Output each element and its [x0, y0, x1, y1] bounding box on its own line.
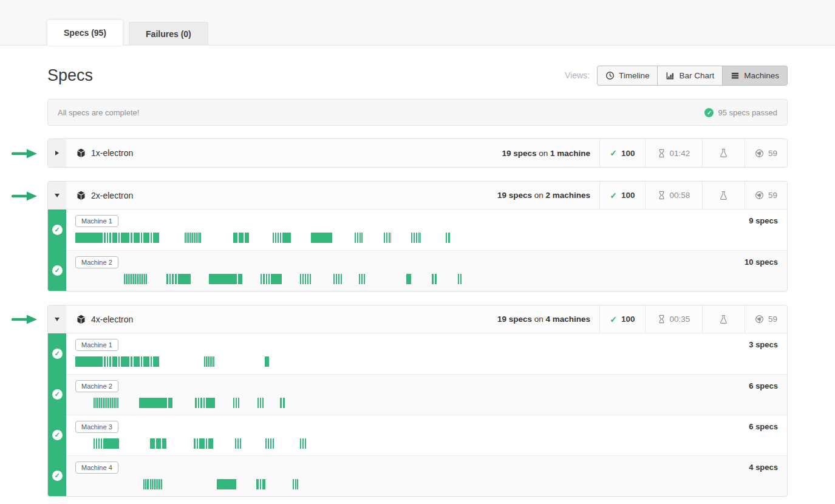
duration-stat: 00:58: [645, 182, 702, 209]
machine-row: ✓ Machine 4 4 specs: [48, 455, 787, 496]
summary-conjunction: on: [536, 149, 550, 158]
machine-badge: Machine 1: [75, 215, 118, 227]
group-header-1x-electron[interactable]: 1x-electron 19 specs on 1 machine ✓100 0…: [48, 139, 787, 167]
annotation-arrow: [11, 149, 38, 158]
machine-status-passed: ✓: [48, 455, 66, 496]
summary-conjunction: on: [532, 191, 546, 200]
browser-version-stat: 59: [745, 182, 787, 209]
browser-version-value: 59: [768, 149, 777, 158]
spec-timeline-bars: [75, 274, 778, 284]
views-switcher: Views: Timeline Bar Chart Machines: [565, 66, 788, 86]
group-machine-count: 4 machines: [545, 315, 590, 324]
group-spec-count: 19 specs: [497, 315, 532, 324]
duration-value: 01:42: [670, 149, 690, 158]
page-title: Specs: [47, 66, 93, 85]
browser-version-stat: 59: [745, 139, 787, 167]
machines-view-label: Machines: [744, 71, 779, 80]
machine-spec-count: 10 specs: [745, 257, 778, 267]
group-name: 4x-electron: [91, 315, 133, 324]
passed-stat: ✓100: [599, 139, 645, 167]
group-name-cell: 1x-electron: [66, 139, 133, 167]
machine-badge: Machine 3: [75, 421, 118, 433]
machine-spec-count: 6 specs: [749, 381, 778, 390]
caret-down-icon: [55, 194, 60, 197]
views-label: Views:: [565, 70, 590, 80]
electron-flask-icon: [719, 148, 728, 158]
machines-view-button[interactable]: Machines: [722, 66, 788, 86]
duration-stat: 01:42: [645, 139, 702, 167]
group-header-2x-electron[interactable]: 2x-electron 19 specs on 2 machines ✓100 …: [48, 182, 787, 209]
group-name: 1x-electron: [91, 148, 133, 158]
title-row: Specs Views: Timeline Bar Chart Machines: [47, 64, 788, 86]
expand-toggle[interactable]: [48, 182, 66, 209]
machine-body: Machine 2 10 specs: [66, 250, 787, 291]
passed-value: 100: [621, 315, 635, 324]
timeline-view-button[interactable]: Timeline: [597, 66, 658, 86]
clock-icon: [605, 71, 615, 80]
group-name-cell: 2x-electron: [66, 182, 133, 209]
caret-right-icon: [55, 151, 59, 155]
completion-alert: All specs are complete! ✓ 95 specs passe…: [47, 99, 788, 126]
views-button-group: Timeline Bar Chart Machines: [597, 66, 788, 86]
duration-value: 00:35: [670, 315, 690, 324]
tab-specs-label: Specs (95): [64, 28, 106, 38]
machine-row: ✓ Machine 1 3 specs: [48, 333, 787, 374]
machine-row: ✓ Machine 3 6 specs: [48, 415, 787, 455]
check-icon: ✓: [610, 315, 617, 324]
check-circle-icon: ✓: [52, 349, 63, 359]
annotation-arrow: [11, 191, 38, 201]
machine-status-passed: ✓: [48, 333, 66, 374]
spec-timeline-bars: [75, 438, 778, 449]
spec-timeline-bars: [75, 356, 778, 367]
spec-timeline-bars: [75, 398, 778, 408]
passed-stat: ✓100: [599, 305, 645, 333]
machine-spec-count: 6 specs: [749, 422, 778, 431]
expand-toggle[interactable]: [48, 139, 66, 167]
browser-version-value: 59: [768, 191, 777, 200]
duration-stat: 00:35: [645, 305, 702, 333]
passed-value: 100: [621, 149, 635, 158]
group-machines-summary: 19 specs on 1 machine: [502, 139, 599, 167]
bar-chart-view-label: Bar Chart: [679, 71, 714, 80]
group-machines-summary: 19 specs on 4 machines: [497, 305, 599, 333]
machine-spec-count: 3 specs: [749, 340, 778, 349]
group-header-4x-electron[interactable]: 4x-electron 19 specs on 4 machines ✓100 …: [48, 305, 787, 333]
tab-failures[interactable]: Failures (0): [129, 22, 208, 45]
group-spec-count: 19 specs: [497, 191, 532, 200]
cube-icon: [77, 148, 86, 158]
machine-status-passed: ✓: [48, 250, 66, 291]
spec-group-4x-electron: 4x-electron 19 specs on 4 machines ✓100 …: [47, 305, 788, 497]
check-circle-icon: ✓: [52, 225, 63, 235]
browser-stat: [702, 182, 745, 209]
machine-row: ✓ Machine 2 6 specs: [48, 374, 787, 415]
cube-icon: [77, 315, 86, 324]
check-icon: ✓: [610, 148, 617, 158]
specs-passed-count: 95 specs passed: [718, 108, 777, 117]
check-circle-icon: ✓: [704, 108, 714, 117]
spec-timeline-bars: [75, 479, 778, 489]
machine-row: ✓ Machine 2 10 specs: [48, 250, 787, 291]
group-name-cell: 4x-electron: [66, 305, 133, 333]
chrome-icon: [755, 149, 764, 158]
check-icon: ✓: [610, 191, 617, 200]
hourglass-icon: [658, 149, 666, 158]
browser-stat: [702, 139, 745, 167]
machine-spec-count: 9 specs: [749, 216, 778, 225]
bar-chart-view-button[interactable]: Bar Chart: [657, 66, 723, 86]
passed-value: 100: [621, 191, 635, 200]
group-machines-summary: 19 specs on 2 machines: [497, 182, 599, 209]
expand-toggle[interactable]: [48, 305, 66, 333]
machine-badge: Machine 4: [75, 461, 118, 474]
tab-failures-label: Failures (0): [146, 29, 191, 39]
tab-specs[interactable]: Specs (95): [47, 20, 123, 46]
machine-body: Machine 2 6 specs: [66, 374, 787, 415]
check-circle-icon: ✓: [52, 265, 63, 276]
machine-row: ✓ Machine 1 9 specs: [48, 209, 787, 250]
group-name: 2x-electron: [91, 191, 133, 200]
machine-spec-count: 4 specs: [749, 463, 778, 472]
hourglass-icon: [658, 315, 666, 324]
check-circle-icon: ✓: [52, 430, 63, 440]
machine-badge: Machine 2: [75, 380, 118, 392]
group-spec-count: 19 specs: [502, 149, 536, 158]
machine-body: Machine 1 9 specs: [66, 209, 787, 250]
